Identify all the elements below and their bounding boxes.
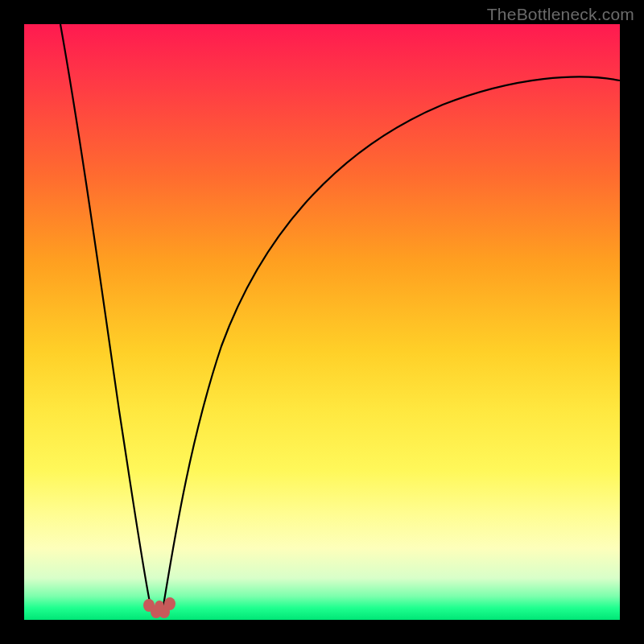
right-branch xyxy=(163,76,620,610)
plot-area xyxy=(24,24,620,620)
left-branch xyxy=(60,24,151,610)
watermark-text: TheBottleneck.com xyxy=(487,5,634,24)
marker-dot xyxy=(164,597,175,610)
chart-curve xyxy=(24,24,620,620)
marker-dot xyxy=(155,601,164,612)
